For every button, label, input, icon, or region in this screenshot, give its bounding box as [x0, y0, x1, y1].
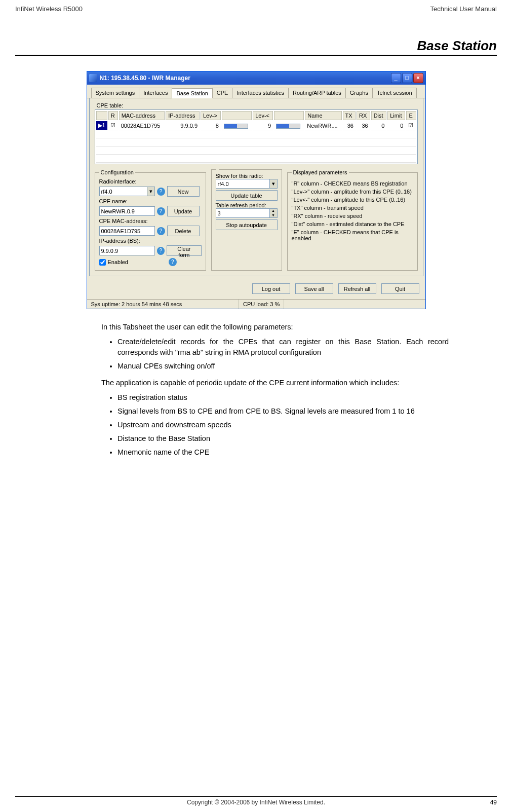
- list-item: Mnemonic name of the CPE: [117, 447, 449, 458]
- cell-lev-from-bar: [274, 121, 304, 130]
- cell-rx: 36: [357, 121, 370, 130]
- heading-rule: [15, 55, 497, 56]
- col-ip[interactable]: IP-address: [166, 111, 200, 120]
- save-all-button[interactable]: Save all: [295, 283, 333, 294]
- help-icon[interactable]: ?: [157, 227, 165, 235]
- enabled-checkbox[interactable]: [99, 259, 106, 266]
- cell-name: NewRWR....: [305, 121, 341, 130]
- col-e[interactable]: E: [406, 111, 416, 120]
- displayed-panel: Displayed parameters "R" column - CHECKE…: [287, 169, 418, 271]
- col-r[interactable]: R: [108, 111, 118, 120]
- chevron-down-icon: ▾: [147, 187, 154, 196]
- displayed-line: "Dist" column - estimated distance to th…: [292, 221, 413, 227]
- cell-r[interactable]: ☑: [108, 121, 118, 130]
- col-tx[interactable]: TX: [343, 111, 356, 120]
- col-limit[interactable]: Limit: [387, 111, 405, 120]
- cpe-name-input[interactable]: [99, 206, 155, 216]
- tab-cpe[interactable]: CPE: [212, 88, 233, 98]
- update-button[interactable]: Update: [167, 206, 200, 216]
- cell-limit: 0: [387, 121, 405, 130]
- col-dist[interactable]: Dist: [371, 111, 387, 120]
- list-item: Signal levels from BS to CPE and from CP…: [117, 406, 449, 417]
- ip-input[interactable]: [99, 246, 155, 255]
- titlebar[interactable]: N1: 195.38.45.80 - IWR Manager _ □ ×: [87, 71, 425, 85]
- intro-para: In this Tabsheet the user can edit the f…: [101, 322, 449, 333]
- chevron-up-icon: ▲: [270, 209, 277, 213]
- list-item: Create/delete/edit records for the CPEs …: [117, 337, 449, 358]
- tab-bar: System settings Interfaces Base Station …: [87, 85, 425, 98]
- list-item: Distance to the Base Station: [117, 433, 449, 444]
- tab-system-settings[interactable]: System settings: [91, 88, 140, 98]
- list-item: Manual CPEs switching on/off: [117, 361, 449, 372]
- radio-combo[interactable]: rf4.0▾: [99, 187, 155, 196]
- para-2: The application is capable of periodic u…: [101, 378, 449, 388]
- col-lev-to-bar[interactable]: [222, 111, 252, 120]
- refresh-all-button[interactable]: Refresh all: [338, 283, 376, 294]
- chevron-down-icon: ▾: [269, 179, 277, 188]
- table-row: [96, 139, 416, 146]
- tab-graphs[interactable]: Graphs: [345, 88, 373, 98]
- tab-body: CPE table: R MAC-address IP-address Lev-…: [89, 98, 423, 276]
- footer-copyright: Copyright © 2004-2006 by InfiNet Wireles…: [15, 799, 497, 806]
- close-button[interactable]: ×: [413, 73, 423, 83]
- cpe-table-label: CPE table:: [97, 102, 418, 108]
- section-title: Base Station: [0, 13, 512, 55]
- tab-routing[interactable]: Routing/ARP tables: [288, 88, 346, 98]
- cell-lev-to: 8: [201, 121, 221, 130]
- refresh-panel: Show for this radio: rf4.0▾ Update table…: [211, 169, 282, 271]
- list-2: BS registration status Signal levels fro…: [117, 392, 449, 458]
- list-item: BS registration status: [117, 392, 449, 403]
- tab-base-station[interactable]: Base Station: [172, 88, 212, 98]
- statusbar: Sys uptime: 2 hours 54 mins 48 secs CPU …: [87, 299, 425, 309]
- enabled-label: Enabled: [108, 259, 128, 265]
- col-lev-to[interactable]: Lev->: [201, 111, 221, 120]
- page-header: InfiNet Wireless R5000 Technical User Ma…: [0, 0, 512, 13]
- help-icon[interactable]: ?: [157, 207, 165, 215]
- cpe-table: R MAC-address IP-address Lev-> Lev-< Nam…: [95, 109, 418, 164]
- config-legend: Configuration: [99, 169, 135, 175]
- cell-dist: 0: [371, 121, 387, 130]
- col-lev-from-bar[interactable]: [274, 111, 304, 120]
- period-spinner[interactable]: 3 ▲▼: [216, 208, 278, 218]
- help-icon[interactable]: ?: [157, 247, 165, 255]
- app-icon: [89, 74, 97, 82]
- displayed-line: "Lev->" column - amplitude from this CPE…: [292, 189, 413, 195]
- maximize-button[interactable]: □: [402, 73, 412, 83]
- minimize-button[interactable]: _: [391, 73, 401, 83]
- tab-if-stats[interactable]: Interfaces statistics: [232, 88, 289, 98]
- cell-lev-to-bar: [222, 121, 252, 130]
- displayed-line: "TX" column - transmit speed: [292, 205, 413, 211]
- mac-input[interactable]: [99, 226, 155, 236]
- logout-button[interactable]: Log out: [252, 283, 290, 294]
- col-ind[interactable]: [96, 111, 107, 120]
- cell-e[interactable]: ☑: [406, 121, 416, 130]
- update-table-button[interactable]: Update table: [216, 190, 278, 201]
- col-rx[interactable]: RX: [357, 111, 370, 120]
- signal-bar-icon: [224, 124, 248, 129]
- help-icon[interactable]: ?: [157, 188, 165, 196]
- configuration-panel: Configuration Radiointerface: rf4.0▾ ? N…: [95, 169, 206, 271]
- chevron-down-icon: ▼: [270, 213, 277, 218]
- tab-interfaces[interactable]: Interfaces: [139, 88, 172, 98]
- table-row[interactable]: ▶1 ☑ 00028AE1D795 9.9.0.9 8 9 NewRWR....…: [96, 121, 416, 130]
- displayed-line: "Lev<-" column - amplitude to this CPE (…: [292, 197, 413, 203]
- col-mac[interactable]: MAC-address: [119, 111, 165, 120]
- displayed-line: "E" column - CHECKED means that CPE is e…: [292, 229, 413, 241]
- signal-bar-icon: [276, 124, 300, 129]
- clear-button[interactable]: Clear form: [167, 245, 201, 256]
- page-number: 49: [490, 799, 497, 806]
- ip-label: IP-address (BS):: [99, 238, 140, 244]
- col-name[interactable]: Name: [305, 111, 341, 120]
- col-lev-from[interactable]: Lev-<: [253, 111, 273, 120]
- stop-autoupdate-button[interactable]: Stop autoupdate: [216, 219, 278, 230]
- quit-button[interactable]: Quit: [381, 283, 419, 294]
- status-uptime: Sys uptime: 2 hours 54 mins 48 secs: [87, 300, 240, 309]
- tab-telnet[interactable]: Telnet session: [372, 88, 417, 98]
- cpe-name-label: CPE name:: [99, 198, 128, 204]
- new-button[interactable]: New: [167, 186, 200, 197]
- show-radio-combo[interactable]: rf4.0▾: [216, 179, 278, 189]
- displayed-line: "R" column - CHECKED means BS registrati…: [292, 180, 413, 187]
- cell-lev-from: 9: [253, 121, 273, 130]
- delete-button[interactable]: Delete: [167, 226, 200, 236]
- help-icon[interactable]: ?: [169, 258, 177, 266]
